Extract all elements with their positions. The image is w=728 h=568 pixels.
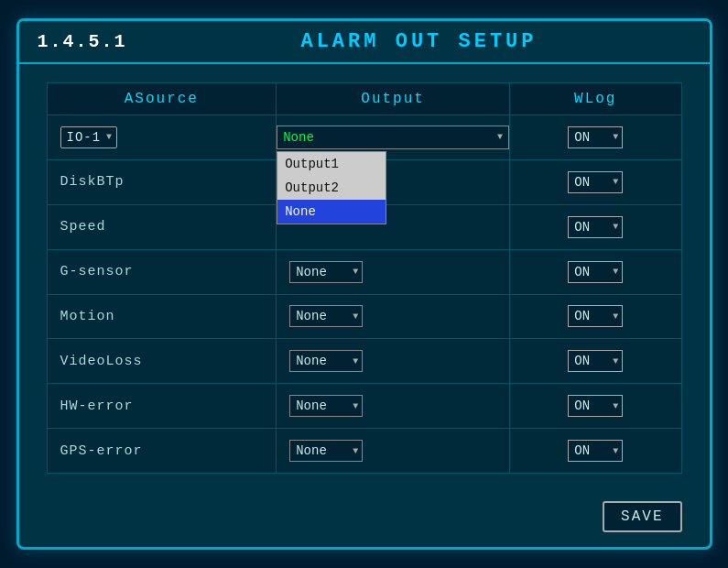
output-cell-motion: None ▼ — [277, 294, 510, 339]
header: 1.4.5.1 ALARM OUT SETUP — [19, 21, 710, 64]
output-arrow-motion: ▼ — [353, 311, 358, 322]
output-arrow-io1: ▼ — [497, 132, 503, 142]
wlog-value-motion: ON — [574, 309, 590, 323]
table-row: GPS-error None ▼ ON ▼ — [47, 429, 681, 474]
output-arrow-videoloss: ▼ — [353, 356, 358, 366]
table-row: Motion None ▼ ON ▼ — [47, 294, 681, 339]
asource-motion: Motion — [47, 294, 277, 339]
asource-io1: IO-1 ▼ — [47, 115, 277, 160]
wlog-select-videoloss[interactable]: ON ▼ — [568, 350, 623, 372]
wlog-cell-io1: ON ▼ — [510, 115, 681, 160]
wlog-arrow-diskbtp: ▼ — [613, 177, 618, 187]
output-arrow-hwerror: ▼ — [353, 401, 358, 411]
screen: 1.4.5.1 ALARM OUT SETUP ASource Output W… — [16, 18, 712, 550]
table-row: VideoLoss None ▼ ON ▼ — [47, 339, 681, 384]
col-wlog: WLog — [510, 83, 681, 115]
header-title: ALARM OUT SETUP — [147, 30, 691, 53]
output-value-videoloss: None — [296, 354, 327, 368]
output-cell-hwerror: None ▼ — [277, 384, 510, 429]
asource-gpserror: GPS-error — [47, 429, 277, 474]
wlog-arrow-gsensor: ▼ — [613, 267, 618, 277]
output-select-videoloss[interactable]: None ▼ — [289, 350, 363, 372]
output-select-motion[interactable]: None ▼ — [289, 305, 363, 327]
output-trigger-io1[interactable]: None ▼ — [277, 126, 509, 149]
wlog-cell-diskbtp: ON ▼ — [510, 159, 681, 204]
output-cell-gsensor: None ▼ — [277, 249, 510, 294]
wlog-value-diskbtp: ON — [574, 175, 590, 190]
output-select-gsensor[interactable]: None ▼ — [289, 261, 363, 283]
wlog-select-diskbtp[interactable]: ON ▼ — [568, 171, 623, 193]
output-select-hwerror[interactable]: None ▼ — [289, 395, 363, 417]
content-area: ASource Output WLog IO-1 ▼ — [19, 64, 710, 492]
wlog-select-motion[interactable]: ON ▼ — [568, 305, 623, 327]
wlog-value-videoloss: ON — [574, 354, 590, 368]
output-cell-io1: None ▼ Output1 Output2 None — [277, 115, 510, 160]
asource-diskbtp: DiskBTp — [47, 159, 277, 204]
asource-gsensor: G-sensor — [47, 249, 277, 294]
output-cell-videoloss: None ▼ — [277, 339, 510, 384]
asource-videoloss: VideoLoss — [47, 339, 277, 384]
table-row: HW-error None ▼ ON ▼ — [47, 384, 681, 429]
output-arrow-gsensor: ▼ — [353, 267, 358, 277]
alarm-table: ASource Output WLog IO-1 ▼ — [47, 82, 682, 474]
wlog-cell-motion: ON ▼ — [510, 294, 681, 339]
wlog-value-gpserror: ON — [574, 443, 590, 458]
output-dropdown-io1: None ▼ Output1 Output2 None — [277, 126, 509, 149]
output-arrow-gpserror: ▼ — [353, 446, 358, 456]
footer: SAVE — [19, 492, 710, 547]
wlog-value-io1: ON — [574, 130, 590, 145]
header-id: 1.4.5.1 — [38, 31, 147, 52]
output-option-output2[interactable]: Output2 — [277, 176, 386, 200]
output-option-output1[interactable]: Output1 — [277, 152, 386, 176]
io1-select[interactable]: IO-1 ▼ — [60, 126, 118, 148]
wlog-arrow-gpserror: ▼ — [613, 446, 618, 456]
table-row: IO-1 ▼ None ▼ Output1 — [47, 115, 681, 160]
asource-speed: Speed — [47, 204, 277, 249]
wlog-value-hwerror: ON — [574, 399, 590, 413]
wlog-arrow-hwerror: ▼ — [613, 401, 618, 411]
wlog-select-gsensor[interactable]: ON ▼ — [568, 261, 623, 283]
wlog-select-speed[interactable]: ON ▼ — [568, 216, 623, 238]
wlog-cell-videoloss: ON ▼ — [510, 339, 681, 384]
io1-value: IO-1 — [67, 130, 102, 145]
wlog-arrow-motion: ▼ — [613, 311, 618, 322]
wlog-select-io1[interactable]: ON ▼ — [568, 126, 623, 148]
wlog-cell-gpserror: ON ▼ — [510, 429, 681, 474]
output-value-io1: None — [283, 130, 314, 145]
save-button[interactable]: SAVE — [603, 501, 681, 532]
wlog-cell-speed: ON ▼ — [510, 204, 681, 249]
io1-arrow: ▼ — [106, 132, 113, 142]
output-value-gpserror: None — [296, 443, 327, 458]
output-value-gsensor: None — [296, 265, 327, 279]
col-asource: ASource — [47, 83, 277, 115]
wlog-arrow-io1: ▼ — [613, 132, 618, 142]
col-output: Output — [277, 83, 510, 115]
wlog-arrow-videoloss: ▼ — [613, 356, 618, 366]
wlog-value-speed: ON — [574, 220, 590, 235]
output-dropdown-list: Output1 Output2 None — [277, 151, 386, 224]
wlog-cell-gsensor: ON ▼ — [510, 249, 681, 294]
output-value-motion: None — [296, 309, 327, 323]
wlog-select-gpserror[interactable]: ON ▼ — [568, 440, 623, 462]
asource-hwerror: HW-error — [47, 384, 277, 429]
wlog-select-hwerror[interactable]: ON ▼ — [568, 395, 623, 417]
output-value-hwerror: None — [296, 399, 327, 413]
wlog-arrow-speed: ▼ — [613, 222, 618, 232]
wlog-cell-hwerror: ON ▼ — [510, 384, 681, 429]
output-cell-gpserror: None ▼ — [277, 429, 510, 474]
output-select-gpserror[interactable]: None ▼ — [289, 440, 363, 462]
wlog-value-gsensor: ON — [574, 265, 590, 279]
output-option-none[interactable]: None — [277, 200, 386, 224]
table-row: G-sensor None ▼ ON ▼ — [47, 249, 681, 294]
